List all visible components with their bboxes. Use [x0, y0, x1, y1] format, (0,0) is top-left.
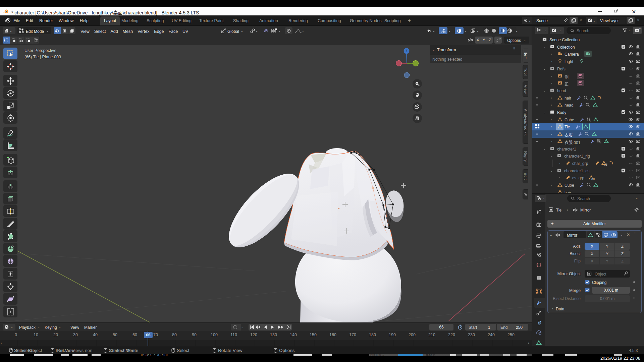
svg-text:Z: Z — [406, 49, 408, 53]
